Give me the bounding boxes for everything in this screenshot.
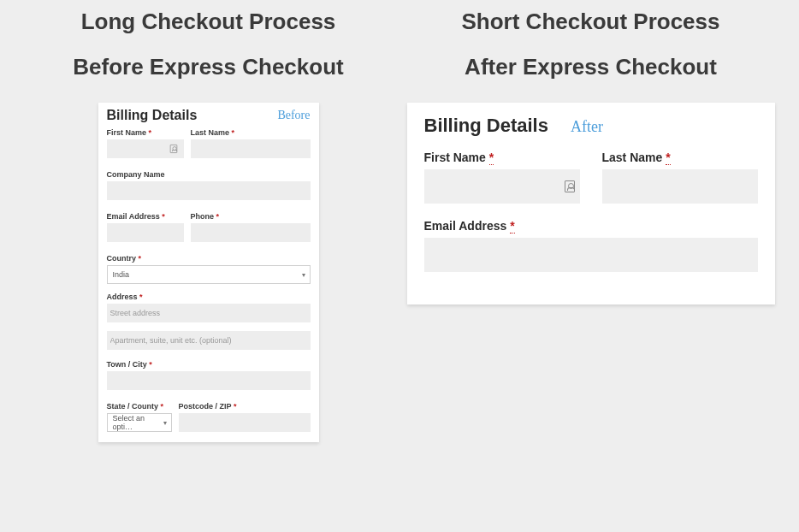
town-label: Town / City * <box>107 360 311 369</box>
left-heading-2: Before Express Checkout <box>73 54 343 80</box>
first-name-label: First Name * <box>107 128 184 137</box>
country-label: Country * <box>107 254 311 263</box>
email-label: Email Address * <box>107 212 184 221</box>
after-last-name-input[interactable] <box>602 169 758 204</box>
phone-label: Phone * <box>191 212 311 221</box>
town-input[interactable] <box>107 371 311 390</box>
postcode-label: Postcode / ZIP * <box>179 402 311 411</box>
before-panel-header: Billing Details Before <box>107 108 311 123</box>
after-panel: Billing Details After First Name * Last … <box>407 103 775 304</box>
company-input[interactable] <box>107 181 311 200</box>
contact-card-icon <box>565 180 575 192</box>
before-town-field: Town / City * <box>107 360 311 390</box>
after-first-name-input[interactable] <box>424 169 580 204</box>
after-first-name-label: First Name * <box>424 151 580 164</box>
after-first-name-field: First Name * <box>424 151 580 204</box>
before-first-name-field: First Name * <box>107 128 184 158</box>
contact-card-icon <box>169 145 176 153</box>
right-column: Short Checkout Process After Express Che… <box>400 9 782 523</box>
left-column: Long Checkout Process Before Express Che… <box>17 9 400 523</box>
before-phone-field: Phone * <box>191 212 311 242</box>
right-heading-2: After Express Checkout <box>465 54 717 80</box>
before-country-field: Country * India <box>107 254 311 284</box>
before-panel-title: Billing Details <box>107 108 198 123</box>
after-badge: After <box>571 118 603 136</box>
company-label: Company Name <box>107 170 311 179</box>
after-email-input[interactable] <box>424 238 758 272</box>
before-postcode-field: Postcode / ZIP * <box>179 402 311 432</box>
address-line2-input[interactable] <box>107 331 311 350</box>
before-badge: Before <box>277 109 310 122</box>
state-select[interactable]: Select an opti… <box>107 413 172 432</box>
state-label: State / County * <box>107 402 172 411</box>
last-name-input[interactable] <box>191 139 311 158</box>
address-line1-input[interactable] <box>107 304 311 322</box>
email-input[interactable] <box>107 223 184 242</box>
before-last-name-field: Last Name * <box>191 128 311 158</box>
before-state-field: State / County * Select an opti… <box>107 402 172 432</box>
right-heading-1: Short Checkout Process <box>462 9 720 35</box>
postcode-input[interactable] <box>179 413 311 432</box>
last-name-label: Last Name * <box>191 128 311 137</box>
address-label: Address * <box>107 293 311 301</box>
before-panel: Billing Details Before First Name * Last… <box>98 103 319 442</box>
after-last-name-label: Last Name * <box>602 151 758 164</box>
before-company-field: Company Name <box>107 170 311 200</box>
after-last-name-field: Last Name * <box>602 151 758 204</box>
left-heading-1: Long Checkout Process <box>81 9 336 35</box>
after-panel-header: Billing Details After <box>424 115 758 137</box>
after-email-label: Email Address * <box>424 219 758 233</box>
after-panel-title: Billing Details <box>424 115 548 137</box>
before-address-field: Address * <box>107 293 311 350</box>
phone-input[interactable] <box>191 223 311 242</box>
country-select[interactable]: India <box>107 265 311 284</box>
before-email-field: Email Address * <box>107 212 184 242</box>
after-email-field: Email Address * <box>424 219 758 272</box>
